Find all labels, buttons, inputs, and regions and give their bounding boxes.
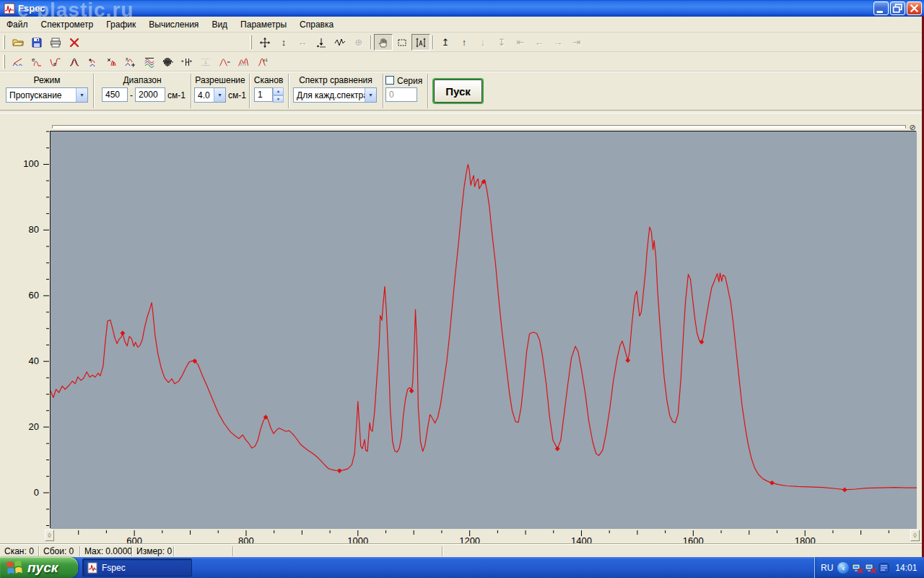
reference-select[interactable]: Для кажд.спектра ▼	[293, 87, 377, 103]
toolbar-grip[interactable]	[3, 35, 5, 49]
minimize-button[interactable]	[873, 1, 889, 15]
average-spectra-button[interactable]	[140, 53, 159, 70]
absorbance-button[interactable]	[65, 53, 84, 70]
save-button[interactable]	[27, 34, 46, 51]
range-to-field[interactable]: 2000	[135, 87, 165, 102]
scroll-right-button[interactable]: →	[549, 34, 567, 51]
multiply-spectra-button[interactable]	[103, 53, 121, 70]
scans-stepper[interactable]: ▲ ▼	[273, 87, 284, 103]
zoom-button[interactable]: ⊕	[349, 34, 368, 51]
add-spectra-icon	[87, 56, 99, 68]
fspec-task-icon	[87, 562, 98, 574]
baseline-button[interactable]	[196, 53, 215, 70]
chevron-down-icon[interactable]: ▼	[76, 88, 87, 102]
measure-button[interactable]	[312, 34, 331, 51]
horizontal-scale-button[interactable]: ↔	[293, 34, 312, 51]
average-spectra-icon	[144, 56, 155, 68]
taskbar-clock[interactable]: 14:01	[895, 563, 917, 573]
spin-up-icon[interactable]: ▲	[273, 87, 284, 95]
exp-spectrum-button[interactable]: e	[27, 53, 46, 70]
v-arrows-icon: ↕	[278, 37, 289, 48]
toolbar-grip[interactable]	[250, 35, 252, 49]
log-spectrum-button[interactable]: e	[46, 53, 65, 70]
save-icon	[31, 37, 43, 48]
series-checkbox[interactable]	[385, 76, 394, 85]
chevron-down-icon[interactable]: ▼	[214, 88, 225, 102]
start-button[interactable]: пуск	[0, 557, 78, 578]
language-indicator[interactable]: RU	[821, 563, 833, 573]
desktop: Fspec ФайлСпектрометрГрафикВычисленияВид…	[0, 0, 924, 578]
hand-button[interactable]	[374, 34, 393, 51]
scroll-down-button[interactable]: ↓	[474, 34, 492, 51]
divide-spectra-button[interactable]	[9, 53, 27, 70]
status-scan: Скан: 0	[4, 546, 34, 556]
resolution-select[interactable]: 4.0 ▼	[194, 87, 226, 103]
cursor-drop-icon	[315, 37, 327, 48]
start-measurement-button[interactable]: Пуск	[434, 79, 482, 103]
left-axis-handle[interactable]: ◊	[45, 530, 54, 541]
toolbar-separator	[432, 35, 434, 49]
menu-item-file[interactable]: Файл	[0, 17, 35, 32]
folder-open-icon	[12, 37, 24, 48]
scans-field[interactable]: 1	[254, 87, 273, 102]
scroll-end-button[interactable]: ⇥	[567, 34, 586, 51]
scroll-up-button[interactable]: ↑	[455, 34, 474, 51]
subtract-baseline-button[interactable]	[215, 53, 234, 70]
restore-button[interactable]	[890, 1, 905, 15]
combine-spectra-button[interactable]: x	[121, 53, 140, 70]
print-button[interactable]	[46, 34, 65, 51]
range-from-field[interactable]: 450	[102, 87, 128, 102]
app-icon	[4, 3, 15, 14]
menu-item-spectrometer[interactable]: Спектрометр	[35, 17, 100, 32]
start-button-label: пуск	[27, 560, 58, 576]
scroll-top-button[interactable]: ↥	[436, 34, 455, 51]
autoscale-button[interactable]	[411, 34, 430, 51]
series-count-field[interactable]: 0	[385, 87, 417, 102]
menu-item-view[interactable]: Вид	[205, 17, 234, 32]
delete-icon	[69, 37, 80, 48]
parameter-panel: Режим Пропускание ▼ Диапазон 450 - 2000 …	[0, 72, 924, 111]
peak-area-icon	[237, 56, 249, 68]
menu-bar: ФайлСпектрометрГрафикВычисленияВидПараме…	[0, 17, 924, 33]
menu-item-calculations[interactable]: Вычисления	[142, 17, 205, 32]
network-disconnected-icon[interactable]	[865, 562, 877, 574]
spectra-toolbar: eex**x1	[1, 53, 271, 71]
h-arrows-icon: ↔	[297, 37, 308, 48]
peak-pick-icon: x1	[256, 56, 268, 68]
chevron-down-icon[interactable]: ▼	[365, 88, 376, 102]
arrow-left-icon: ←	[533, 37, 545, 48]
svg-text:*: *	[190, 59, 193, 66]
mode-select[interactable]: Пропускание ▼	[6, 87, 88, 103]
peak-pick-button[interactable]: x1	[253, 53, 271, 70]
scroll-bottom-button[interactable]: ↧	[492, 34, 511, 51]
vertical-scale-button[interactable]: ↕	[274, 34, 293, 51]
right-axis-handle[interactable]: ◊	[910, 530, 920, 541]
taskbar-item-fspec[interactable]: Fspec	[82, 558, 192, 577]
chart-area: ⊘ 60080010001200140016001800020406080100…	[0, 113, 922, 544]
print-icon	[50, 37, 61, 48]
menu-item-parameters[interactable]: Параметры	[234, 17, 293, 32]
peak-width-button[interactable]: **	[178, 53, 196, 70]
network-disconnected-icon[interactable]	[852, 562, 864, 574]
peak-area-button[interactable]	[234, 53, 253, 70]
delete-button[interactable]	[65, 34, 84, 51]
open-button[interactable]	[9, 34, 27, 51]
hide-icons-chevron-icon[interactable]: ‹	[837, 562, 849, 574]
trace-button[interactable]	[331, 34, 349, 51]
x-offset-slider[interactable]	[52, 125, 906, 129]
interferogram-button[interactable]	[159, 53, 178, 70]
spectrum-plot[interactable]	[50, 131, 916, 528]
svg-text:e: e	[32, 56, 35, 63]
close-button[interactable]	[907, 1, 922, 15]
toolbar-grip[interactable]	[3, 55, 5, 69]
menu-item-graph[interactable]: График	[100, 17, 142, 32]
add-spectra-button[interactable]	[84, 53, 103, 70]
device-status-icon[interactable]	[878, 562, 890, 574]
scroll-left-button[interactable]: ←	[530, 34, 549, 51]
wave-icon	[334, 37, 346, 48]
menu-item-help[interactable]: Справка	[293, 17, 340, 32]
scroll-home-button[interactable]: ⇤	[511, 34, 530, 51]
select-rect-button[interactable]	[393, 34, 411, 51]
spin-down-icon[interactable]: ▼	[273, 95, 284, 103]
pan-button[interactable]	[256, 34, 274, 51]
